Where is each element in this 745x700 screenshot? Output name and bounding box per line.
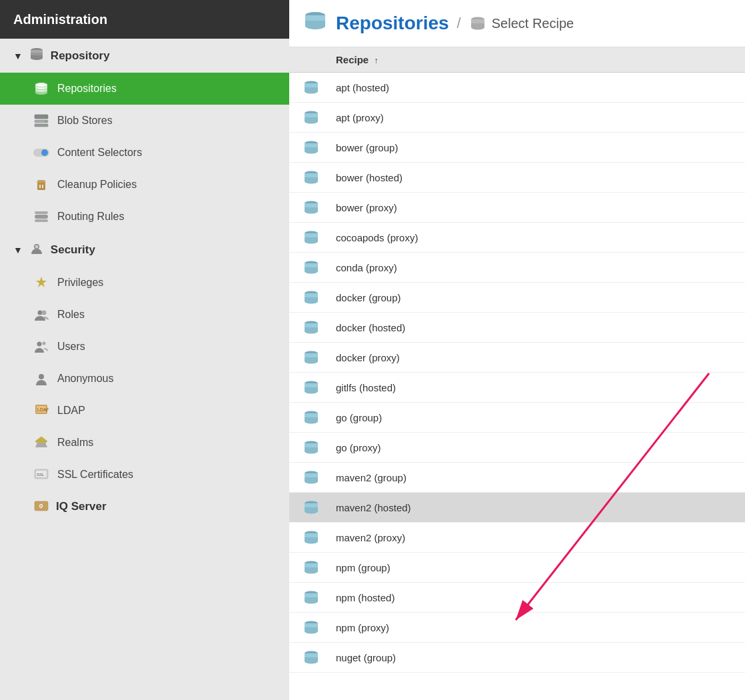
table-row[interactable]: bower (group)	[289, 133, 745, 163]
table-row[interactable]: docker (hosted)	[289, 313, 745, 343]
table-row[interactable]: apt (proxy)	[289, 103, 745, 133]
sidebar-item-routing-rules[interactable]: Routing Rules	[0, 201, 289, 233]
row-icon	[303, 289, 336, 306]
ldap-icon: LDAP	[33, 403, 49, 419]
table-row[interactable]: npm (proxy)	[289, 613, 745, 643]
breadcrumb-separator: /	[457, 15, 461, 32]
sidebar-header: Administration	[0, 0, 289, 39]
sidebar-item-content-selectors[interactable]: Content Selectors	[0, 137, 289, 169]
row-icon	[303, 79, 336, 96]
table-row[interactable]: conda (proxy)	[289, 253, 745, 283]
repository-section-label: Repository	[51, 49, 110, 63]
row-label: bower (group)	[336, 142, 398, 153]
sidebar-item-iq-server[interactable]: IQ IQ Server	[0, 491, 289, 523]
row-icon	[303, 439, 336, 456]
routing-rules-icon	[33, 209, 49, 225]
row-icon	[303, 349, 336, 366]
repositories-icon	[33, 81, 49, 97]
svg-point-6	[45, 121, 47, 122]
table-row[interactable]: maven2 (proxy)	[289, 523, 745, 553]
security-collapse-icon: ▼	[13, 245, 23, 255]
row-icon	[303, 589, 336, 606]
sort-icon: ↑	[374, 56, 378, 65]
cleanup-policies-icon	[33, 177, 49, 193]
table-row[interactable]: nuget (group)	[289, 643, 745, 673]
svg-point-18	[42, 311, 47, 315]
row-icon	[303, 109, 336, 126]
table-row[interactable]: maven2 (hosted)	[289, 493, 745, 523]
table-row[interactable]: bower (proxy)	[289, 193, 745, 223]
row-label: npm (hosted)	[336, 592, 394, 603]
row-icon	[303, 229, 336, 246]
sidebar-item-cleanup-policies[interactable]: Cleanup Policies	[0, 169, 289, 201]
svg-text:IQ: IQ	[40, 504, 45, 508]
svg-rect-13	[35, 211, 48, 214]
row-label: maven2 (proxy)	[336, 532, 405, 543]
table-row[interactable]: npm (group)	[289, 553, 745, 583]
sidebar-repositories-label: Repositories	[57, 83, 117, 95]
row-label: docker (group)	[336, 292, 401, 303]
table-row[interactable]: go (proxy)	[289, 433, 745, 463]
ssl-icon: SSL	[33, 467, 49, 483]
anonymous-icon	[33, 371, 49, 387]
sidebar-item-roles[interactable]: Roles	[0, 299, 289, 331]
sidebar-section-security[interactable]: ▼ Security	[0, 233, 289, 267]
sidebar-item-privileges[interactable]: Privileges	[0, 267, 289, 299]
row-icon	[303, 199, 336, 216]
sidebar-item-ssl-certificates[interactable]: SSL SSL Certificates	[0, 459, 289, 491]
row-label: npm (group)	[336, 562, 390, 573]
breadcrumb-sub: Select Recipe	[469, 15, 574, 32]
svg-rect-14	[35, 219, 48, 222]
sidebar-item-ldap[interactable]: LDAP LDAP	[0, 395, 289, 427]
sidebar-realms-label: Realms	[57, 437, 93, 449]
table-row[interactable]: gitlfs (hosted)	[289, 373, 745, 403]
svg-rect-4	[35, 124, 48, 127]
sidebar-privileges-label: Privileges	[57, 277, 103, 289]
svg-point-16	[35, 245, 38, 249]
svg-point-8	[41, 149, 48, 156]
table-row[interactable]: go (group)	[289, 403, 745, 433]
privileges-icon	[33, 275, 49, 291]
table-row[interactable]: maven2 (group)	[289, 463, 745, 493]
sidebar-item-blob-stores[interactable]: Blob Stores	[0, 105, 289, 137]
main-title: Repositories	[336, 13, 449, 34]
row-label: apt (hosted)	[336, 82, 389, 93]
security-section-label: Security	[51, 243, 95, 257]
table-row[interactable]: docker (proxy)	[289, 343, 745, 373]
svg-point-17	[38, 311, 43, 315]
row-label: bower (hosted)	[336, 172, 402, 183]
main-header: Repositories / Select Recipe	[289, 0, 745, 47]
sidebar-item-users[interactable]: Users	[0, 331, 289, 363]
table-row[interactable]: docker (group)	[289, 283, 745, 313]
sidebar-blob-stores-label: Blob Stores	[57, 115, 113, 127]
table-row[interactable]: cocoapods (proxy)	[289, 223, 745, 253]
recipe-column-header[interactable]: Recipe ↑	[336, 54, 378, 65]
table-row[interactable]: npm (hosted)	[289, 583, 745, 613]
row-icon	[303, 139, 336, 156]
sidebar-item-anonymous[interactable]: Anonymous	[0, 363, 289, 395]
row-label: maven2 (group)	[336, 472, 406, 483]
sidebar-section-repository[interactable]: ▼ Repository	[0, 39, 289, 73]
sidebar-item-repositories[interactable]: Repositories	[0, 73, 289, 105]
svg-point-19	[37, 342, 42, 347]
row-label: npm (proxy)	[336, 622, 389, 633]
row-label: go (group)	[336, 412, 382, 423]
row-label: bower (proxy)	[336, 202, 397, 213]
svg-point-5	[45, 116, 47, 117]
sidebar-header-title: Administration	[13, 12, 107, 27]
sidebar-ssl-certificates-label: SSL Certificates	[57, 469, 133, 481]
iq-server-icon: IQ	[33, 499, 49, 515]
svg-text:SSL: SSL	[37, 473, 45, 477]
row-label: cocoapods (proxy)	[336, 232, 418, 243]
table-row[interactable]: bower (hosted)	[289, 163, 745, 193]
sidebar-item-realms[interactable]: Realms	[0, 427, 289, 459]
row-label: docker (proxy)	[336, 352, 400, 363]
table-row[interactable]: apt (hosted)	[289, 73, 745, 103]
svg-rect-12	[35, 215, 48, 219]
row-icon	[303, 559, 336, 576]
security-section-icon	[29, 241, 44, 259]
blob-stores-icon	[33, 113, 49, 129]
repository-section-icon	[29, 47, 44, 65]
sidebar-routing-rules-label: Routing Rules	[57, 211, 125, 223]
collapse-icon: ▼	[13, 51, 23, 61]
